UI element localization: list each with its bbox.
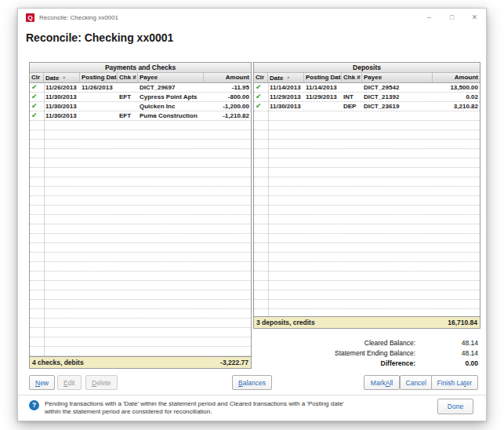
close-icon[interactable]: ✕	[463, 9, 486, 26]
column-clr[interactable]: Clr	[254, 73, 268, 82]
cell-posting-date: 11/29/2013	[304, 93, 342, 101]
empty-row	[30, 290, 251, 300]
empty-row	[254, 234, 480, 243]
cell-posting-date	[304, 102, 342, 111]
table-row[interactable]: ✔ 11/29/2013 11/29/2013 INT DICT_21392 0…	[254, 93, 480, 102]
edit-button[interactable]: Edit	[57, 375, 82, 390]
maximize-icon[interactable]: □	[441, 9, 463, 26]
label-part: ll	[390, 379, 393, 387]
column-posting-date[interactable]: Posting Date	[80, 73, 118, 82]
balances-summary: Cleared Balance: 48.14 Statement Ending …	[335, 338, 478, 369]
column-amount[interactable]: Amount	[433, 73, 480, 82]
column-chk-number[interactable]: Chk #	[118, 73, 138, 82]
window-title: Reconcile: Checking xx0001	[39, 14, 118, 21]
cell-date: 11/26/2013	[44, 83, 80, 92]
finish-later-button[interactable]: Finish Later	[431, 375, 478, 390]
cleared-balance-value: 48.14	[415, 338, 478, 348]
cell-chk-number	[118, 102, 138, 111]
column-amount[interactable]: Amount	[204, 73, 251, 82]
payments-header-row: Clr Date▲ Posting Date Chk # Payee Amoun…	[30, 73, 251, 83]
sort-asc-icon: ▲	[286, 73, 290, 82]
empty-row	[30, 271, 251, 281]
cell-chk-number: EFT	[118, 93, 138, 101]
cleared-check-icon[interactable]: ✔	[254, 83, 268, 92]
sort-asc-icon: ▲	[62, 73, 66, 82]
cleared-check-icon[interactable]: ✔	[30, 102, 44, 111]
cleared-check-icon[interactable]: ✔	[30, 93, 44, 101]
empty-row	[30, 149, 251, 159]
empty-row	[254, 159, 480, 168]
column-payee[interactable]: Payee	[138, 73, 204, 82]
cell-amount: -11.95	[204, 83, 251, 92]
empty-row	[254, 243, 480, 253]
cell-payee: Puma Construction	[138, 111, 204, 120]
label-part: ew	[40, 379, 49, 387]
cell-date: 11/30/2013	[44, 102, 80, 111]
cleared-check-icon[interactable]: ✔	[254, 102, 268, 111]
empty-row	[30, 347, 251, 356]
done-button[interactable]: Done	[437, 399, 473, 414]
empty-row	[30, 140, 251, 149]
payments-panel: Payments and Checks Clr Date▲ Posting Da…	[29, 62, 252, 369]
empty-rows-area	[254, 111, 480, 316]
balances-button[interactable]: Balances	[232, 375, 272, 390]
empty-row	[30, 177, 251, 187]
payments-table-body: ✔ 11/26/2013 11/26/2013 DICT_29697 -11.9…	[30, 83, 251, 356]
column-clr[interactable]: Clr	[30, 73, 44, 82]
table-row[interactable]: ✔ 11/30/2013 Quicken Inc -1,200.00	[30, 102, 251, 111]
payments-summary-row: 4 checks, debits -3,222.77	[30, 356, 251, 368]
empty-rows-area	[30, 121, 251, 356]
empty-row	[254, 215, 480, 224]
table-row[interactable]: ✔ 11/30/2013 DEP DICT_23619 3,210.82	[254, 102, 480, 111]
empty-row	[30, 187, 251, 196]
cell-payee: DICT_21392	[362, 93, 433, 101]
empty-row	[254, 281, 480, 290]
empty-row	[30, 159, 251, 168]
mark-all-button[interactable]: Mark All	[364, 375, 400, 390]
column-divider	[268, 83, 269, 316]
deposits-header-row: Clr Date▲ Posting Date Chk # Payee Amoun…	[254, 73, 480, 83]
help-icon[interactable]: ?	[29, 400, 39, 410]
cleared-check-icon[interactable]: ✔	[254, 93, 268, 101]
cell-date: 11/30/2013	[268, 102, 304, 111]
empty-row	[254, 224, 480, 234]
payments-panel-title: Payments and Checks	[30, 63, 251, 73]
cell-payee: Quicken Inc	[138, 102, 204, 111]
column-posting-date[interactable]: Posting Date	[304, 73, 342, 82]
column-chk-number[interactable]: Chk #	[342, 73, 362, 82]
empty-row	[254, 130, 480, 140]
column-date[interactable]: Date▲	[44, 73, 80, 82]
cleared-check-icon[interactable]: ✔	[30, 111, 44, 120]
cell-amount: -1,200.00	[204, 102, 251, 111]
label-part: elete	[96, 379, 111, 387]
empty-row	[254, 253, 480, 262]
page-title: Reconcile: Checking xx0001	[26, 31, 173, 44]
payments-summary-label: 4 checks, debits	[32, 357, 84, 368]
column-payee[interactable]: Payee	[362, 73, 433, 82]
cancel-button[interactable]: Cancel	[400, 375, 433, 390]
empty-row	[254, 168, 480, 177]
cell-chk-number: EFT	[118, 111, 138, 120]
table-row[interactable]: ✔ 11/30/2013 EFT Cypress Point Apts -800…	[30, 93, 251, 102]
empty-row	[30, 253, 251, 262]
deposits-panel: Deposits Clr Date▲ Posting Date Chk # Pa…	[253, 62, 480, 329]
cell-payee: DICT_29542	[362, 83, 433, 92]
cleared-check-icon[interactable]: ✔	[30, 83, 44, 92]
payments-summary-amount: -3,222.77	[220, 357, 248, 368]
table-row[interactable]: ✔ 11/26/2013 11/26/2013 DICT_29697 -11.9…	[30, 83, 251, 93]
empty-row	[254, 309, 480, 316]
delete-button[interactable]: Delete	[85, 375, 118, 390]
empty-row	[30, 121, 251, 130]
new-button[interactable]: New	[29, 375, 55, 390]
table-row[interactable]: ✔ 11/14/2013 11/14/2013 DICT_29542 13,50…	[254, 83, 480, 93]
deposits-summary-amount: 16,710.84	[448, 317, 477, 328]
column-date[interactable]: Date▲	[268, 73, 304, 82]
cell-payee: Cypress Point Apts	[138, 93, 204, 101]
minimize-icon[interactable]: –	[418, 9, 441, 26]
label-part: alances	[243, 379, 266, 387]
table-row[interactable]: ✔ 11/30/2013 EFT Puma Construction -1,21…	[30, 111, 251, 121]
empty-row	[254, 290, 480, 300]
cell-posting-date	[80, 111, 118, 120]
reconcile-window: Q Reconcile: Checking xx0001 – □ ✕ Recon…	[17, 8, 487, 421]
empty-row	[30, 206, 251, 215]
